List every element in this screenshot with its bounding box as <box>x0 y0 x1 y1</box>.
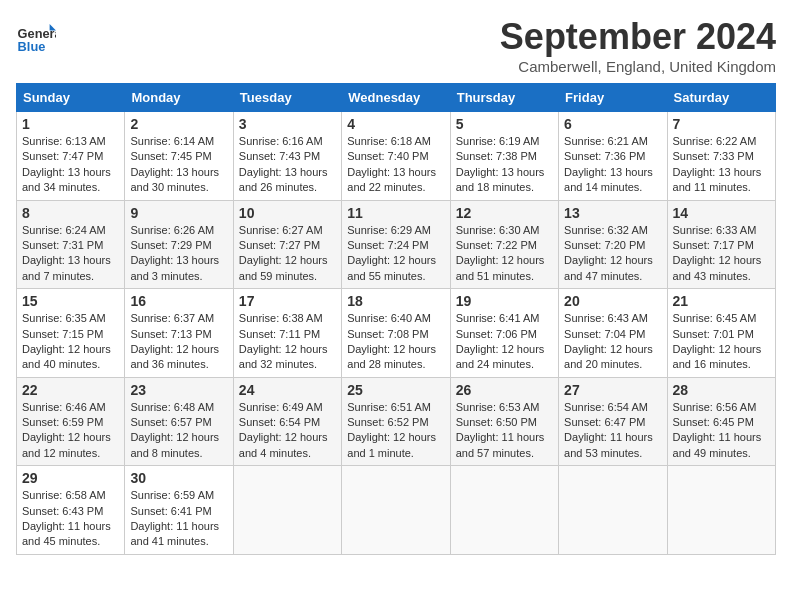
day-info: Sunrise: 6:19 AM Sunset: 7:38 PM Dayligh… <box>456 134 553 196</box>
daylight-label: Daylight: 13 hours and 7 minutes. <box>22 254 111 281</box>
sunrise-label: Sunrise: 6:45 AM <box>673 312 757 324</box>
day-info: Sunrise: 6:37 AM Sunset: 7:13 PM Dayligh… <box>130 311 227 373</box>
sunrise-label: Sunrise: 6:19 AM <box>456 135 540 147</box>
calendar-cell: 18 Sunrise: 6:40 AM Sunset: 7:08 PM Dayl… <box>342 289 450 378</box>
day-info: Sunrise: 6:16 AM Sunset: 7:43 PM Dayligh… <box>239 134 336 196</box>
day-info: Sunrise: 6:26 AM Sunset: 7:29 PM Dayligh… <box>130 223 227 285</box>
calendar-cell <box>450 466 558 555</box>
calendar-week-row: 29 Sunrise: 6:58 AM Sunset: 6:43 PM Dayl… <box>17 466 776 555</box>
day-info: Sunrise: 6:58 AM Sunset: 6:43 PM Dayligh… <box>22 488 119 550</box>
day-number: 2 <box>130 116 227 132</box>
day-info: Sunrise: 6:24 AM Sunset: 7:31 PM Dayligh… <box>22 223 119 285</box>
sunrise-label: Sunrise: 6:30 AM <box>456 224 540 236</box>
sunset-label: Sunset: 7:40 PM <box>347 150 428 162</box>
day-number: 28 <box>673 382 770 398</box>
sunset-label: Sunset: 6:59 PM <box>22 416 103 428</box>
sunset-label: Sunset: 7:24 PM <box>347 239 428 251</box>
sunset-label: Sunset: 7:47 PM <box>22 150 103 162</box>
sunset-label: Sunset: 7:08 PM <box>347 328 428 340</box>
day-number: 4 <box>347 116 444 132</box>
daylight-label: Daylight: 13 hours and 30 minutes. <box>130 166 219 193</box>
sunrise-label: Sunrise: 6:43 AM <box>564 312 648 324</box>
weekday-header: Tuesday <box>233 84 341 112</box>
day-number: 14 <box>673 205 770 221</box>
calendar-cell: 30 Sunrise: 6:59 AM Sunset: 6:41 PM Dayl… <box>125 466 233 555</box>
sunrise-label: Sunrise: 6:38 AM <box>239 312 323 324</box>
sunset-label: Sunset: 7:36 PM <box>564 150 645 162</box>
sunset-label: Sunset: 7:43 PM <box>239 150 320 162</box>
day-number: 1 <box>22 116 119 132</box>
calendar-cell: 8 Sunrise: 6:24 AM Sunset: 7:31 PM Dayli… <box>17 200 125 289</box>
month-title: September 2024 <box>500 16 776 58</box>
calendar-week-row: 15 Sunrise: 6:35 AM Sunset: 7:15 PM Dayl… <box>17 289 776 378</box>
sunset-label: Sunset: 7:11 PM <box>239 328 320 340</box>
sunset-label: Sunset: 6:47 PM <box>564 416 645 428</box>
calendar-cell: 13 Sunrise: 6:32 AM Sunset: 7:20 PM Dayl… <box>559 200 667 289</box>
day-info: Sunrise: 6:43 AM Sunset: 7:04 PM Dayligh… <box>564 311 661 373</box>
sunrise-label: Sunrise: 6:35 AM <box>22 312 106 324</box>
day-info: Sunrise: 6:46 AM Sunset: 6:59 PM Dayligh… <box>22 400 119 462</box>
daylight-label: Daylight: 12 hours and 47 minutes. <box>564 254 653 281</box>
day-info: Sunrise: 6:29 AM Sunset: 7:24 PM Dayligh… <box>347 223 444 285</box>
day-info: Sunrise: 6:38 AM Sunset: 7:11 PM Dayligh… <box>239 311 336 373</box>
daylight-label: Daylight: 12 hours and 1 minute. <box>347 431 436 458</box>
day-info: Sunrise: 6:32 AM Sunset: 7:20 PM Dayligh… <box>564 223 661 285</box>
daylight-label: Daylight: 12 hours and 28 minutes. <box>347 343 436 370</box>
daylight-label: Daylight: 13 hours and 14 minutes. <box>564 166 653 193</box>
sunset-label: Sunset: 7:01 PM <box>673 328 754 340</box>
daylight-label: Daylight: 12 hours and 24 minutes. <box>456 343 545 370</box>
daylight-label: Daylight: 11 hours and 57 minutes. <box>456 431 545 458</box>
day-number: 30 <box>130 470 227 486</box>
calendar-cell: 6 Sunrise: 6:21 AM Sunset: 7:36 PM Dayli… <box>559 112 667 201</box>
sunset-label: Sunset: 7:38 PM <box>456 150 537 162</box>
logo: General Blue <box>16 16 60 56</box>
day-number: 9 <box>130 205 227 221</box>
sunset-label: Sunset: 7:17 PM <box>673 239 754 251</box>
day-info: Sunrise: 6:30 AM Sunset: 7:22 PM Dayligh… <box>456 223 553 285</box>
sunrise-label: Sunrise: 6:56 AM <box>673 401 757 413</box>
day-info: Sunrise: 6:48 AM Sunset: 6:57 PM Dayligh… <box>130 400 227 462</box>
weekday-header: Wednesday <box>342 84 450 112</box>
day-number: 17 <box>239 293 336 309</box>
title-area: September 2024 Camberwell, England, Unit… <box>500 16 776 75</box>
daylight-label: Daylight: 13 hours and 22 minutes. <box>347 166 436 193</box>
sunrise-label: Sunrise: 6:27 AM <box>239 224 323 236</box>
day-info: Sunrise: 6:18 AM Sunset: 7:40 PM Dayligh… <box>347 134 444 196</box>
day-info: Sunrise: 6:22 AM Sunset: 7:33 PM Dayligh… <box>673 134 770 196</box>
day-number: 21 <box>673 293 770 309</box>
day-number: 26 <box>456 382 553 398</box>
weekday-header: Sunday <box>17 84 125 112</box>
calendar-cell: 9 Sunrise: 6:26 AM Sunset: 7:29 PM Dayli… <box>125 200 233 289</box>
daylight-label: Daylight: 11 hours and 41 minutes. <box>130 520 219 547</box>
logo-icon: General Blue <box>16 16 56 56</box>
sunrise-label: Sunrise: 6:48 AM <box>130 401 214 413</box>
day-info: Sunrise: 6:33 AM Sunset: 7:17 PM Dayligh… <box>673 223 770 285</box>
day-number: 7 <box>673 116 770 132</box>
day-info: Sunrise: 6:59 AM Sunset: 6:41 PM Dayligh… <box>130 488 227 550</box>
daylight-label: Daylight: 13 hours and 26 minutes. <box>239 166 328 193</box>
sunrise-label: Sunrise: 6:32 AM <box>564 224 648 236</box>
sunset-label: Sunset: 6:50 PM <box>456 416 537 428</box>
location: Camberwell, England, United Kingdom <box>500 58 776 75</box>
sunset-label: Sunset: 7:45 PM <box>130 150 211 162</box>
daylight-label: Daylight: 12 hours and 4 minutes. <box>239 431 328 458</box>
day-info: Sunrise: 6:49 AM Sunset: 6:54 PM Dayligh… <box>239 400 336 462</box>
sunset-label: Sunset: 7:04 PM <box>564 328 645 340</box>
day-number: 3 <box>239 116 336 132</box>
calendar-week-row: 1 Sunrise: 6:13 AM Sunset: 7:47 PM Dayli… <box>17 112 776 201</box>
day-number: 20 <box>564 293 661 309</box>
sunrise-label: Sunrise: 6:51 AM <box>347 401 431 413</box>
day-number: 24 <box>239 382 336 398</box>
sunrise-label: Sunrise: 6:13 AM <box>22 135 106 147</box>
day-info: Sunrise: 6:14 AM Sunset: 7:45 PM Dayligh… <box>130 134 227 196</box>
day-info: Sunrise: 6:27 AM Sunset: 7:27 PM Dayligh… <box>239 223 336 285</box>
calendar-cell: 27 Sunrise: 6:54 AM Sunset: 6:47 PM Dayl… <box>559 377 667 466</box>
day-number: 12 <box>456 205 553 221</box>
sunset-label: Sunset: 6:41 PM <box>130 505 211 517</box>
day-info: Sunrise: 6:56 AM Sunset: 6:45 PM Dayligh… <box>673 400 770 462</box>
sunrise-label: Sunrise: 6:58 AM <box>22 489 106 501</box>
day-info: Sunrise: 6:41 AM Sunset: 7:06 PM Dayligh… <box>456 311 553 373</box>
weekday-header: Saturday <box>667 84 775 112</box>
daylight-label: Daylight: 13 hours and 18 minutes. <box>456 166 545 193</box>
calendar-cell: 2 Sunrise: 6:14 AM Sunset: 7:45 PM Dayli… <box>125 112 233 201</box>
